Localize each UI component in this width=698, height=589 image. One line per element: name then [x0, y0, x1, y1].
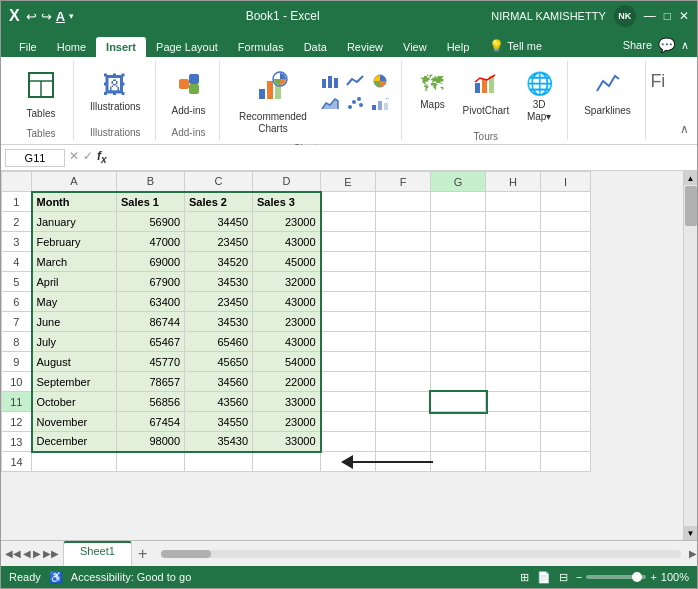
data-cell[interactable]: 34530 — [185, 312, 253, 332]
illustrations-button[interactable]: 🖼 Illustrations — [84, 67, 147, 117]
data-cell[interactable] — [541, 312, 591, 332]
data-cell[interactable] — [541, 332, 591, 352]
data-cell[interactable] — [185, 452, 253, 472]
data-cell[interactable] — [486, 272, 541, 292]
data-cell[interactable] — [376, 212, 431, 232]
data-cell[interactable] — [376, 352, 431, 372]
data-cell[interactable]: 34520 — [185, 252, 253, 272]
data-cell[interactable]: 65467 — [117, 332, 185, 352]
data-cell[interactable] — [321, 192, 376, 212]
sheet-nav-prev-button[interactable]: ◀ — [23, 548, 31, 559]
data-cell[interactable] — [486, 212, 541, 232]
3dmap-button[interactable]: 🌐 3DMap▾ — [519, 67, 559, 127]
tab-view[interactable]: View — [393, 37, 437, 57]
cancel-formula-icon[interactable]: ✕ — [69, 149, 79, 165]
data-cell[interactable] — [431, 372, 486, 392]
data-cell[interactable]: 22000 — [253, 372, 321, 392]
tab-review[interactable]: Review — [337, 37, 393, 57]
data-cell[interactable] — [376, 332, 431, 352]
share-button[interactable]: Share — [623, 39, 652, 51]
data-cell[interactable] — [321, 332, 376, 352]
col-header-E[interactable]: E — [321, 172, 376, 192]
data-cell[interactable]: 34560 — [185, 372, 253, 392]
data-cell[interactable]: March — [32, 252, 117, 272]
scroll-track-v[interactable] — [684, 185, 697, 526]
data-cell[interactable] — [321, 412, 376, 432]
pie-chart-button[interactable] — [369, 71, 391, 91]
data-cell[interactable] — [321, 292, 376, 312]
data-cell[interactable] — [117, 452, 185, 472]
data-cell[interactable] — [541, 252, 591, 272]
tables-button[interactable]: Tables — [17, 67, 65, 124]
data-cell[interactable] — [321, 252, 376, 272]
data-cell[interactable]: 67454 — [117, 412, 185, 432]
data-cell[interactable] — [321, 432, 376, 452]
maximize-button[interactable]: □ — [664, 9, 671, 23]
data-cell[interactable] — [486, 352, 541, 372]
data-cell[interactable] — [431, 412, 486, 432]
data-cell[interactable]: Sales 3 — [253, 192, 321, 212]
data-cell[interactable] — [541, 392, 591, 412]
data-cell[interactable] — [431, 332, 486, 352]
tab-home[interactable]: Home — [47, 37, 96, 57]
data-cell[interactable]: 43560 — [185, 392, 253, 412]
data-cell[interactable] — [541, 192, 591, 212]
data-cell[interactable]: 43000 — [253, 232, 321, 252]
insert-function-icon[interactable]: fx — [97, 149, 107, 165]
data-cell[interactable] — [321, 392, 376, 412]
data-cell[interactable] — [541, 372, 591, 392]
data-cell[interactable]: 56856 — [117, 392, 185, 412]
data-cell[interactable] — [486, 412, 541, 432]
data-cell[interactable] — [376, 412, 431, 432]
data-cell[interactable] — [376, 252, 431, 272]
vertical-scrollbar[interactable]: ▲ ▼ — [683, 171, 697, 540]
col-header-F[interactable]: F — [376, 172, 431, 192]
data-cell[interactable]: 34450 — [185, 212, 253, 232]
col-header-B[interactable]: B — [117, 172, 185, 192]
data-cell[interactable] — [376, 232, 431, 252]
view-normal-button[interactable]: ⊞ — [520, 571, 529, 584]
data-cell[interactable]: May — [32, 292, 117, 312]
data-cell[interactable] — [431, 232, 486, 252]
data-cell[interactable] — [541, 272, 591, 292]
zoom-out-button[interactable]: − — [576, 571, 582, 583]
redo-button[interactable]: ↪ — [41, 9, 52, 24]
data-cell[interactable] — [486, 192, 541, 212]
data-cell[interactable]: 23000 — [253, 212, 321, 232]
undo-button[interactable]: ↩ — [26, 9, 37, 24]
data-cell[interactable] — [486, 452, 541, 472]
data-cell[interactable] — [321, 212, 376, 232]
zoom-control[interactable]: − + 100% — [576, 571, 689, 583]
data-cell[interactable] — [431, 292, 486, 312]
data-cell[interactable] — [541, 452, 591, 472]
data-cell[interactable]: 54000 — [253, 352, 321, 372]
hscroll-thumb[interactable] — [161, 550, 211, 558]
sheet-tab-sheet1[interactable]: Sheet1 — [63, 541, 132, 566]
data-cell[interactable] — [486, 232, 541, 252]
data-cell[interactable]: April — [32, 272, 117, 292]
more-ribbon-button[interactable]: Fi — [650, 67, 665, 92]
data-cell[interactable]: October — [32, 392, 117, 412]
maps-button[interactable]: 🗺 Maps — [412, 67, 452, 115]
data-cell[interactable] — [321, 272, 376, 292]
scroll-thumb-v[interactable] — [685, 186, 697, 226]
data-cell[interactable] — [431, 452, 486, 472]
user-avatar[interactable]: NK — [614, 5, 636, 27]
data-cell[interactable] — [486, 312, 541, 332]
formula-input[interactable] — [111, 150, 693, 166]
sheet-nav-next-button[interactable]: ▶ — [33, 548, 41, 559]
data-cell[interactable]: 56900 — [117, 212, 185, 232]
font-button[interactable]: A — [56, 9, 65, 24]
data-cell[interactable] — [376, 432, 431, 452]
data-cell[interactable]: 23000 — [253, 312, 321, 332]
data-cell[interactable] — [541, 292, 591, 312]
data-cell[interactable]: 98000 — [117, 432, 185, 452]
data-cell[interactable]: 78657 — [117, 372, 185, 392]
data-cell[interactable] — [541, 352, 591, 372]
tab-formulas[interactable]: Formulas — [228, 37, 294, 57]
zoom-in-button[interactable]: + — [650, 571, 656, 583]
recommended-charts-button[interactable]: RecommendedCharts — [233, 67, 313, 139]
data-cell[interactable] — [376, 192, 431, 212]
data-cell[interactable] — [486, 392, 541, 412]
data-cell[interactable] — [541, 212, 591, 232]
